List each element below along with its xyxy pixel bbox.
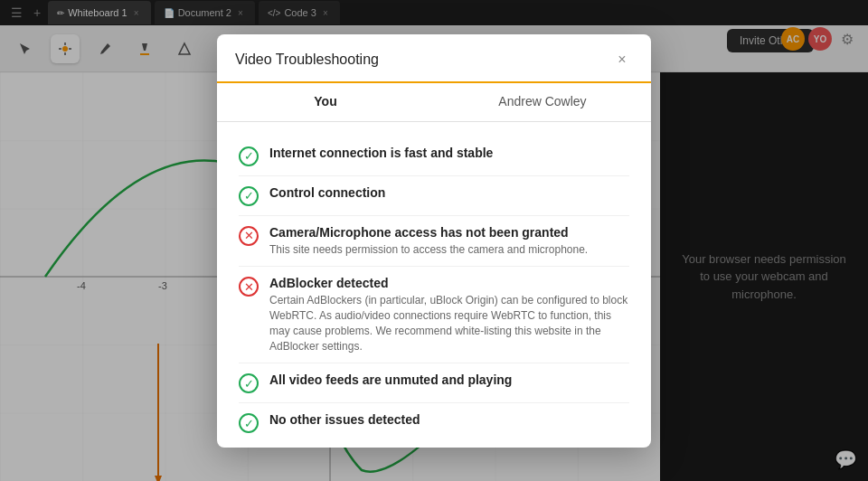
check-text-internet: Internet connection is fast and stable xyxy=(269,146,629,160)
check-text-noissues: No other issues detected xyxy=(269,412,629,427)
check-item-camera: ✕ Camera/Microphone access has not been … xyxy=(239,216,629,268)
check-desc-camera: This site needs permission to access the… xyxy=(269,242,629,258)
check-text-control: Control connection xyxy=(269,185,629,200)
check-icon-video: ✓ xyxy=(239,373,259,393)
check-item-control: ✓ Control connection xyxy=(239,176,629,216)
modal-title: Video Troubleshooting xyxy=(235,52,379,79)
modal-close-button[interactable]: × xyxy=(611,49,633,71)
check-item-internet: ✓ Internet connection is fast and stable xyxy=(239,137,629,176)
check-title-camera: Camera/Microphone access has not been gr… xyxy=(269,225,629,240)
check-title-video: All video feeds are unmuted and playing xyxy=(269,373,629,387)
tab-andrew-label: Andrew Cowley xyxy=(498,94,586,108)
check-item-noissues: ✓ No other issues detected xyxy=(239,403,629,442)
tab-andrew[interactable]: Andrew Cowley xyxy=(434,83,651,121)
modal-header: Video Troubleshooting × xyxy=(217,34,651,83)
check-title-noissues: No other issues detected xyxy=(269,412,629,427)
check-icon-internet: ✓ xyxy=(239,146,259,166)
modal-overlay: Video Troubleshooting × You Andrew Cowle… xyxy=(0,0,868,481)
check-title-internet: Internet connection is fast and stable xyxy=(269,146,629,160)
check-title-control: Control connection xyxy=(269,185,629,200)
modal-content: ✓ Internet connection is fast and stable… xyxy=(217,122,651,448)
check-icon-noissues: ✓ xyxy=(239,413,259,433)
check-title-adblocker: AdBlocker detected xyxy=(269,276,629,290)
check-desc-adblocker: Certain AdBlockers (in particular, uBloc… xyxy=(269,293,629,354)
check-text-adblocker: AdBlocker detected Certain AdBlockers (i… xyxy=(269,276,629,354)
check-item-video: ✓ All video feeds are unmuted and playin… xyxy=(239,363,629,403)
check-text-camera: Camera/Microphone access has not been gr… xyxy=(269,225,629,258)
tab-you-label: You xyxy=(314,94,336,108)
tab-you[interactable]: You xyxy=(217,83,434,121)
check-item-adblocker: ✕ AdBlocker detected Certain AdBlockers … xyxy=(239,267,629,363)
check-text-video: All video feeds are unmuted and playing xyxy=(269,373,629,387)
modal-tabs: You Andrew Cowley xyxy=(217,83,651,122)
check-icon-adblocker: ✕ xyxy=(239,277,259,297)
check-icon-camera: ✕ xyxy=(239,226,259,246)
modal-dialog: Video Troubleshooting × You Andrew Cowle… xyxy=(217,34,651,448)
check-icon-control: ✓ xyxy=(239,186,259,206)
